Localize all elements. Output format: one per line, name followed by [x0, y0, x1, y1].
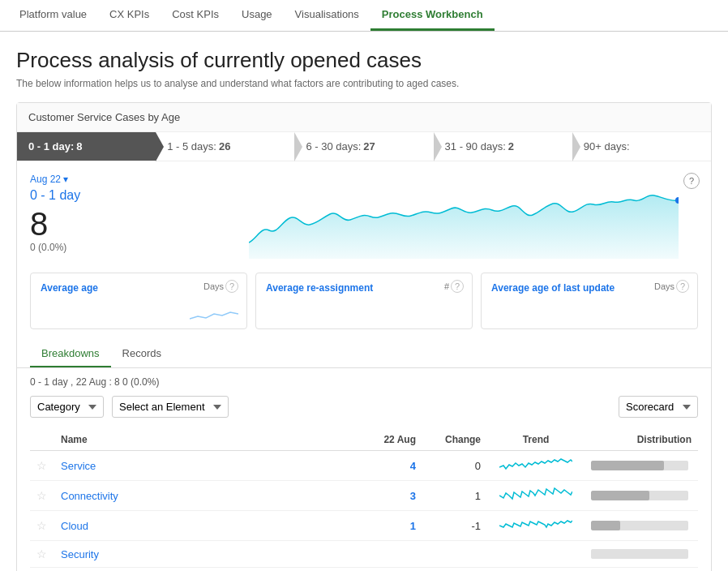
row-name[interactable]: Security	[54, 541, 358, 568]
age-step-2-count: 27	[363, 140, 375, 152]
row-change: -1	[422, 511, 487, 541]
tab-bar: Platform value CX KPIs Cost KPIs Usage V…	[0, 0, 728, 32]
row-name[interactable]: Cloud	[54, 511, 358, 541]
chart-month[interactable]: Aug 22 ▾	[30, 174, 68, 185]
age-step-1-label: 1 - 5 days:	[167, 140, 216, 152]
row-change: 0	[422, 451, 487, 481]
scorecard-select[interactable]: Scorecard	[619, 396, 698, 418]
card-header: Customer Service Cases by Age	[17, 103, 711, 132]
metric-avg-reassignment-title: Average re-assignment	[266, 282, 373, 294]
row-name[interactable]: Service	[54, 451, 358, 481]
metric-avg-age: Average age Days ?	[30, 273, 247, 329]
help-icon[interactable]: ?	[683, 173, 700, 189]
th-trend: Trend	[487, 429, 585, 451]
row-trend	[487, 541, 585, 568]
metric-avg-last-update-title: Average age of last update	[491, 282, 615, 294]
sub-tab-records[interactable]: Records	[111, 341, 173, 367]
metric-row: Average age Days ? Average re-assignment…	[17, 273, 711, 341]
row-trend	[487, 451, 585, 481]
row-distribution	[585, 481, 698, 511]
row-aug22: 4	[358, 451, 422, 481]
age-step-1[interactable]: 1 - 5 days: 26	[156, 132, 294, 161]
filter-right: Scorecard	[619, 396, 698, 418]
row-name[interactable]: Connectivity	[54, 481, 358, 511]
metric-avg-reassignment-unit: #	[444, 281, 449, 291]
page-subtitle: The below information helps us to analys…	[16, 78, 712, 89]
age-step-4[interactable]: 90+ days:	[572, 132, 711, 161]
breakdown-content: 0 - 1 day , 22 Aug : 8 0 (0.0%) Category…	[17, 368, 711, 571]
chart-area: Aug 22 ▾ 0 - 1 day 8 0 (0.0%) ?	[17, 161, 711, 273]
row-distribution	[585, 511, 698, 541]
table-row: ☆Connectivity31	[30, 481, 698, 511]
tab-cx-kpis[interactable]: CX KPIs	[98, 0, 161, 31]
row-change: 1	[422, 481, 487, 511]
age-step-2-label: 6 - 30 days:	[306, 140, 361, 152]
breakdown-info: 0 - 1 day , 22 Aug : 8 0 (0.0%)	[30, 376, 698, 388]
tab-usage[interactable]: Usage	[230, 0, 284, 31]
star-icon[interactable]: ☆	[36, 519, 47, 532]
row-aug22	[358, 541, 422, 568]
filter-row: Category Select an Element Scorecard	[30, 396, 698, 418]
category-select[interactable]: Category	[30, 396, 104, 418]
metric-avg-last-update: Average age of last update Days ?	[481, 273, 698, 329]
table-row: ☆Cloud1-1	[30, 511, 698, 541]
tab-platform-value[interactable]: Platform value	[8, 0, 98, 31]
metric-avg-last-update-unit: Days	[654, 281, 674, 291]
row-aug22: 1	[358, 511, 422, 541]
th-distribution: Distribution	[585, 429, 698, 451]
row-distribution	[585, 451, 698, 481]
sub-tab-breakdowns[interactable]: Breakdowns	[30, 341, 111, 367]
main-card: Customer Service Cases by Age 0 - 1 day:…	[16, 102, 712, 571]
age-steps: 0 - 1 day: 8 1 - 5 days: 26 6 - 30 days:…	[17, 132, 711, 161]
age-step-3[interactable]: 31 - 90 days: 2	[434, 132, 572, 161]
tab-process-workbench[interactable]: Process Workbench	[370, 0, 495, 31]
row-distribution	[585, 541, 698, 568]
row-change	[422, 541, 487, 568]
star-icon[interactable]: ☆	[36, 547, 47, 560]
age-step-2[interactable]: 6 - 30 days: 27	[294, 132, 433, 161]
tab-visualisations[interactable]: Visualisations	[284, 0, 370, 31]
table-header-row: Name 22 Aug Change Trend Distribution	[30, 429, 698, 451]
th-change: Change	[422, 429, 487, 451]
th-name: Name	[54, 429, 358, 451]
metric-avg-age-unit: Days	[203, 281, 224, 291]
page-title: Process analysis of currently opened cas…	[16, 48, 712, 73]
age-step-0-label: 0 - 1 day:	[28, 140, 74, 152]
element-select[interactable]: Select an Element	[112, 396, 229, 418]
chevron-down-icon: ▾	[63, 174, 68, 185]
row-trend	[487, 481, 585, 511]
th-star	[30, 429, 54, 451]
data-table: Name 22 Aug Change Trend Distribution ☆S…	[30, 429, 698, 568]
help-icon-last-update[interactable]: ?	[676, 280, 689, 293]
star-icon[interactable]: ☆	[36, 489, 47, 502]
chart-sparkline	[249, 178, 679, 259]
age-step-0-count: 8	[76, 140, 82, 152]
age-step-1-count: 26	[219, 140, 230, 152]
age-step-4-label: 90+ days:	[584, 140, 630, 152]
age-step-0[interactable]: 0 - 1 day: 8	[17, 132, 156, 161]
metric-avg-age-sparkline	[190, 304, 238, 320]
main-content: Process analysis of currently opened cas…	[0, 32, 728, 571]
metric-avg-reassignment: Average re-assignment # ?	[255, 273, 473, 329]
age-step-3-count: 2	[508, 140, 514, 152]
table-row: ☆Security	[30, 541, 698, 568]
help-icon-reassignment[interactable]: ?	[451, 280, 464, 293]
tab-cost-kpis[interactable]: Cost KPIs	[161, 0, 230, 31]
row-trend	[487, 511, 585, 541]
age-step-3-label: 31 - 90 days:	[445, 140, 506, 152]
star-icon[interactable]: ☆	[36, 459, 47, 472]
row-aug22: 3	[358, 481, 422, 511]
metric-avg-age-title: Average age	[41, 282, 98, 294]
th-aug22: 22 Aug	[358, 429, 422, 451]
sub-tabs: Breakdowns Records	[17, 341, 711, 368]
table-row: ☆Service40	[30, 451, 698, 481]
help-icon-avg-age[interactable]: ?	[225, 280, 238, 293]
